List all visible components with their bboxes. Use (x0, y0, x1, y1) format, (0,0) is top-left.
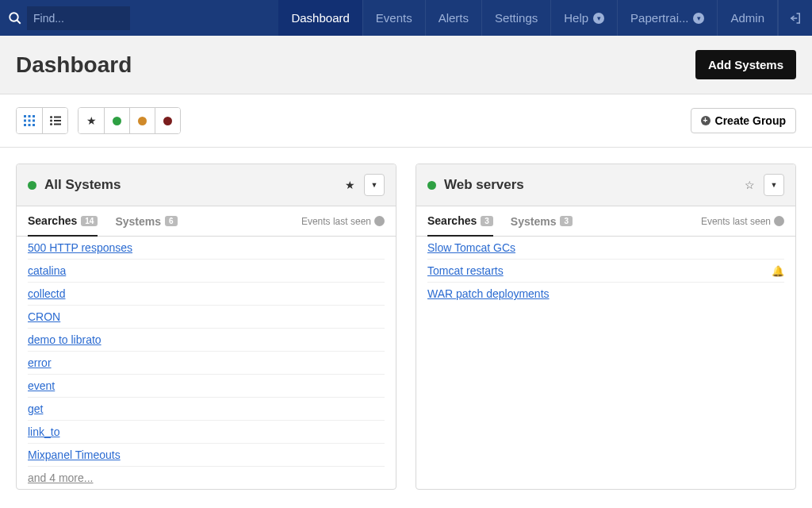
search-link[interactable]: get (28, 402, 43, 415)
svg-rect-5 (33, 115, 35, 117)
card-all-systems: All Systems ★ ▼ Searches 14 Systems 6 Ev… (16, 164, 396, 490)
svg-rect-6 (24, 120, 26, 122)
logout-icon[interactable] (779, 0, 812, 36)
count-badge: 14 (81, 216, 98, 226)
search-link[interactable]: Tomcat restarts (427, 264, 504, 277)
count-badge: 3 (481, 216, 493, 226)
card-menu-button[interactable]: ▼ (364, 174, 385, 196)
clock-icon (374, 216, 385, 226)
search-link[interactable]: catalina (28, 264, 66, 277)
svg-rect-13 (54, 117, 61, 118)
nav-item-admin[interactable]: Admin (718, 0, 777, 36)
list-item: CRON (28, 306, 385, 329)
nav-item-events[interactable]: Events (363, 0, 425, 36)
card-tabs: Searches 3 Systems 3 Events last seen (416, 206, 795, 237)
list-item: link_to (28, 421, 385, 444)
svg-point-16 (50, 123, 52, 125)
search-link[interactable]: event (28, 379, 55, 392)
search-link[interactable]: link_to (28, 425, 59, 438)
dashboard-toolbar: ★ + Create Group (0, 94, 812, 148)
events-last-seen: Events last seen (301, 216, 385, 235)
amber-dot-icon (138, 117, 147, 125)
svg-rect-7 (29, 120, 31, 122)
nav-item-papertrai-[interactable]: Papertrai...▾ (618, 0, 717, 36)
list-item: demo to librato (28, 329, 385, 352)
search-link[interactable]: CRON (28, 310, 60, 323)
filter-amber-button[interactable] (129, 108, 155, 133)
list-item: Slow Tomcat GCs (427, 237, 784, 260)
card-menu-button[interactable]: ▼ (764, 174, 784, 196)
svg-rect-11 (33, 124, 35, 126)
tab-searches[interactable]: Searches 14 (28, 214, 98, 237)
create-group-button[interactable]: + Create Group (691, 108, 796, 133)
green-dot-icon (113, 117, 121, 125)
nav-item-help[interactable]: Help▾ (551, 0, 617, 36)
list-item: and 4 more... (28, 467, 385, 489)
filter-maroon-button[interactable] (155, 108, 180, 133)
search-link[interactable]: Slow Tomcat GCs (427, 241, 515, 254)
status-dot-icon (28, 181, 36, 190)
svg-line-1 (17, 20, 21, 24)
list-item: Mixpanel Timeouts (28, 444, 385, 467)
list-view-button[interactable] (42, 108, 67, 133)
clock-icon (774, 216, 784, 226)
svg-point-14 (50, 120, 52, 122)
list-item: Tomcat restarts🔔 (427, 260, 784, 283)
svg-rect-4 (29, 115, 31, 117)
dashboard-main: All Systems ★ ▼ Searches 14 Systems 6 Ev… (0, 148, 812, 506)
search-link[interactable]: collectd (28, 287, 65, 300)
card-title: Web servers (444, 177, 738, 193)
card-header: All Systems ★ ▼ (17, 164, 396, 206)
svg-point-0 (10, 13, 18, 21)
svg-rect-8 (33, 120, 35, 122)
events-last-seen: Events last seen (701, 216, 784, 235)
nav-item-settings[interactable]: Settings (482, 0, 550, 36)
tab-systems[interactable]: Systems 6 (115, 215, 177, 236)
status-dot-icon (427, 181, 436, 190)
search-link[interactable]: WAR patch deployments (427, 287, 550, 300)
more-link[interactable]: and 4 more... (28, 471, 94, 484)
search-input[interactable] (27, 6, 130, 30)
list-item: error (28, 352, 385, 375)
count-badge: 3 (560, 216, 573, 226)
search-link[interactable]: demo to librato (28, 333, 102, 346)
plus-icon: + (701, 116, 710, 125)
filter-green-button[interactable] (104, 108, 129, 133)
nav-item-alerts[interactable]: Alerts (426, 0, 481, 36)
view-toggle-group (16, 107, 68, 134)
tab-searches[interactable]: Searches 3 (427, 214, 493, 237)
card-tabs: Searches 14 Systems 6 Events last seen (17, 206, 396, 237)
list-item: WAR patch deployments (427, 283, 784, 305)
count-badge: 6 (165, 216, 178, 226)
chevron-down-icon: ▾ (593, 13, 604, 24)
grid-view-button[interactable] (17, 108, 42, 133)
search-list: Slow Tomcat GCsTomcat restarts🔔WAR patch… (416, 237, 795, 305)
card-header: Web servers ☆ ▼ (416, 164, 795, 206)
search-link[interactable]: error (28, 356, 52, 369)
list-item: collectd (28, 283, 385, 306)
star-button[interactable]: ☆ (738, 174, 760, 196)
card-web-servers: Web servers ☆ ▼ Searches 3 Systems 3 Eve… (416, 164, 796, 490)
page-title: Dashboard (16, 52, 695, 78)
chevron-down-icon: ▾ (693, 13, 704, 24)
search-icon (8, 11, 22, 25)
filter-star-button[interactable]: ★ (79, 108, 104, 133)
star-button[interactable]: ★ (339, 174, 361, 196)
nav-item-dashboard[interactable]: Dashboard (278, 0, 362, 36)
page-header: Dashboard Add Systems (0, 36, 812, 94)
star-icon: ★ (86, 114, 97, 127)
list-item: 500 HTTP responses (28, 237, 385, 260)
bell-icon: 🔔 (772, 265, 784, 277)
create-group-label: Create Group (715, 114, 786, 127)
card-title: All Systems (44, 177, 339, 193)
search-link[interactable]: Mixpanel Timeouts (28, 448, 121, 461)
svg-rect-9 (24, 124, 26, 126)
add-systems-button[interactable]: Add Systems (695, 50, 796, 79)
list-item: catalina (28, 260, 385, 283)
tab-systems[interactable]: Systems 3 (511, 215, 573, 236)
filter-group: ★ (78, 107, 181, 134)
maroon-dot-icon (163, 117, 172, 125)
svg-rect-3 (24, 115, 26, 117)
search-link[interactable]: 500 HTTP responses (28, 241, 132, 254)
svg-rect-17 (54, 124, 61, 125)
